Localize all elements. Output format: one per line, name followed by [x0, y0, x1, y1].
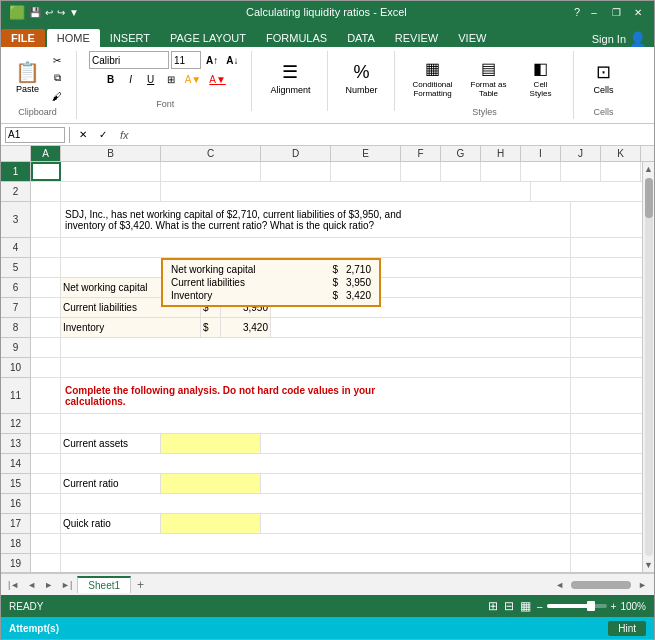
cell-A19[interactable] — [31, 554, 61, 572]
format-painter-button[interactable]: 🖌 — [48, 88, 66, 104]
cut-button[interactable]: ✂ — [48, 52, 66, 68]
row-header-1[interactable]: 1 — [1, 162, 31, 182]
sheet-nav-prev[interactable]: ◄ — [24, 578, 39, 592]
cell-A1[interactable] — [31, 162, 61, 181]
cell-B15[interactable]: Current ratio — [61, 474, 161, 493]
underline-button[interactable]: U — [142, 71, 160, 87]
col-header-E[interactable]: E — [331, 146, 401, 161]
zoom-thumb[interactable] — [587, 601, 595, 611]
cell-A17[interactable] — [31, 514, 61, 533]
col-header-I[interactable]: I — [521, 146, 561, 161]
cell-B3-span[interactable]: SDJ, Inc., has net working capital of $2… — [61, 202, 571, 237]
alignment-button[interactable]: ☰ Alignment — [264, 51, 316, 105]
tab-view[interactable]: VIEW — [448, 29, 496, 47]
cell-B19-span[interactable] — [61, 554, 571, 572]
scroll-up-button[interactable]: ▲ — [642, 162, 654, 176]
tab-formulas[interactable]: FORMULAS — [256, 29, 337, 47]
cell-B11-span[interactable]: Complete the following analysis. Do not … — [61, 378, 571, 413]
row-header-17[interactable]: 17 — [1, 514, 31, 534]
scroll-track-h[interactable] — [571, 581, 631, 589]
italic-button[interactable]: I — [122, 71, 140, 87]
name-box-input[interactable] — [5, 127, 65, 143]
cell-A13[interactable] — [31, 434, 61, 453]
quick-access-more[interactable]: ▼ — [69, 7, 79, 18]
cell-C17[interactable] — [161, 514, 261, 533]
zoom-minus-button[interactable]: – — [537, 601, 543, 612]
row-header-18[interactable]: 18 — [1, 534, 31, 554]
cell-D13-span[interactable] — [261, 434, 571, 453]
paste-button[interactable]: 📋 Paste — [9, 51, 46, 105]
scroll-track-v[interactable] — [645, 178, 653, 556]
cell-A2[interactable] — [31, 182, 61, 201]
scroll-down-button[interactable]: ▼ — [642, 558, 654, 572]
font-name-input[interactable] — [89, 51, 169, 69]
cell-B4-span[interactable] — [61, 238, 571, 257]
col-header-A[interactable]: A — [31, 146, 61, 161]
increase-font-button[interactable]: A↑ — [203, 52, 221, 68]
tab-review[interactable]: REVIEW — [385, 29, 448, 47]
help-button[interactable]: ? — [574, 6, 580, 18]
cell-A4[interactable] — [31, 238, 61, 257]
vertical-scrollbar[interactable]: ▲ ▼ — [642, 162, 654, 572]
row-header-13[interactable]: 13 — [1, 434, 31, 454]
row-header-14[interactable]: 14 — [1, 454, 31, 474]
border-button[interactable]: ⊞ — [162, 71, 180, 87]
cancel-formula-button[interactable]: ✕ — [74, 127, 92, 143]
cell-B18-span[interactable] — [61, 534, 571, 553]
bold-button[interactable]: B — [102, 71, 120, 87]
cell-C8-dollar[interactable]: $ — [201, 318, 221, 337]
tab-page-layout[interactable]: PAGE LAYOUT — [160, 29, 256, 47]
col-header-K[interactable]: K — [601, 146, 641, 161]
cell-E1[interactable] — [331, 162, 401, 181]
sheet-tab-1[interactable]: Sheet1 — [77, 576, 131, 593]
cell-B9-span[interactable] — [61, 338, 571, 357]
font-size-input[interactable] — [171, 51, 201, 69]
cell-J1[interactable] — [561, 162, 601, 181]
cell-B17[interactable]: Quick ratio — [61, 514, 161, 533]
cell-A14[interactable] — [31, 454, 61, 473]
scroll-thumb-h[interactable] — [571, 581, 631, 589]
row-header-11[interactable]: 11 — [1, 378, 31, 414]
restore-button[interactable]: ❐ — [608, 5, 624, 19]
cell-A7[interactable] — [31, 298, 61, 317]
row-header-12[interactable]: 12 — [1, 414, 31, 434]
cell-B2[interactable] — [61, 182, 161, 201]
row-header-3[interactable]: 3 — [1, 202, 31, 238]
scroll-left-button[interactable]: ◄ — [552, 579, 567, 591]
quick-access-redo[interactable]: ↪ — [57, 7, 65, 18]
cell-A11[interactable] — [31, 378, 61, 413]
sheet-nav-first[interactable]: |◄ — [5, 578, 22, 592]
page-layout-icon[interactable]: ⊟ — [504, 599, 514, 613]
decrease-font-button[interactable]: A↓ — [223, 52, 241, 68]
cell-A6[interactable] — [31, 278, 61, 297]
row-header-4[interactable]: 4 — [1, 238, 31, 258]
number-button[interactable]: % Number — [340, 51, 384, 105]
col-header-H[interactable]: H — [481, 146, 521, 161]
grid-view-icon[interactable]: ⊞ — [488, 599, 498, 613]
row-header-15[interactable]: 15 — [1, 474, 31, 494]
cell-K1[interactable] — [601, 162, 641, 181]
scroll-thumb-v[interactable] — [645, 178, 653, 218]
cell-G1[interactable] — [441, 162, 481, 181]
hint-button[interactable]: Hint — [608, 621, 646, 636]
page-break-icon[interactable]: ▦ — [520, 599, 531, 613]
cell-B10-span[interactable] — [61, 358, 571, 377]
cell-A12[interactable] — [31, 414, 61, 433]
add-sheet-button[interactable]: + — [133, 578, 148, 592]
cell-B1[interactable] — [61, 162, 161, 181]
tab-file[interactable]: FILE — [1, 29, 45, 47]
row-header-9[interactable]: 9 — [1, 338, 31, 358]
sheet-nav-next[interactable]: ► — [41, 578, 56, 592]
row-header-10[interactable]: 10 — [1, 358, 31, 378]
formula-bar-input[interactable] — [137, 129, 650, 141]
col-header-J[interactable]: J — [561, 146, 601, 161]
col-header-D[interactable]: D — [261, 146, 331, 161]
cell-A16[interactable] — [31, 494, 61, 513]
row-header-19[interactable]: 19 — [1, 554, 31, 572]
zoom-track[interactable] — [547, 604, 607, 608]
row-header-6[interactable]: 6 — [1, 278, 31, 298]
col-header-F[interactable]: F — [401, 146, 441, 161]
quick-access-undo[interactable]: ↩ — [45, 7, 53, 18]
cell-C13[interactable] — [161, 434, 261, 453]
fill-color-button[interactable]: A▼ — [182, 71, 205, 87]
